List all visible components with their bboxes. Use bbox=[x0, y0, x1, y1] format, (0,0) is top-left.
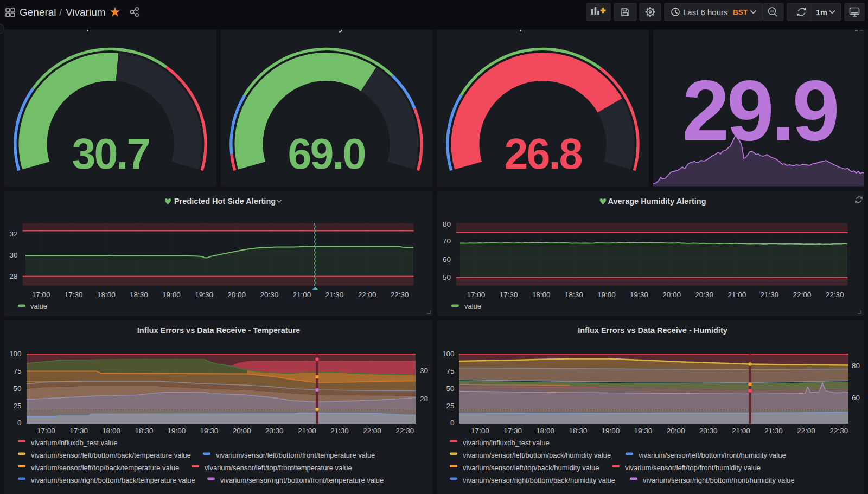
svg-text:18:00: 18:00 bbox=[532, 291, 551, 299]
svg-text:22:00: 22:00 bbox=[363, 427, 381, 435]
svg-text:vivarium/influxdb_test value: vivarium/influxdb_test value bbox=[463, 439, 550, 447]
svg-text:21:00: 21:00 bbox=[732, 427, 750, 435]
svg-text:vivarium/sensor/right/bottom/b: vivarium/sensor/right/bottom/back/temper… bbox=[31, 476, 195, 484]
svg-text:30: 30 bbox=[420, 367, 428, 375]
svg-text:19:00: 19:00 bbox=[597, 291, 616, 299]
svg-text:18:00: 18:00 bbox=[102, 427, 120, 435]
svg-text:30.7: 30.7 bbox=[72, 130, 149, 178]
svg-text:26.8: 26.8 bbox=[505, 130, 582, 178]
svg-text:vivarium/sensor/left/bottom/fr: vivarium/sensor/left/bottom/front/temper… bbox=[216, 451, 375, 459]
svg-text:80: 80 bbox=[443, 220, 451, 228]
svg-text:21:00: 21:00 bbox=[298, 427, 316, 435]
svg-text:22:00: 22:00 bbox=[793, 291, 812, 299]
svg-text:vivarium/sensor/left/top/front: vivarium/sensor/left/top/front/humidity … bbox=[625, 464, 761, 472]
svg-text:vivarium/sensor/left/bottom/fr: vivarium/sensor/left/bottom/front/humidi… bbox=[639, 451, 786, 459]
svg-text:Average Humidity Alerting: Average Humidity Alerting bbox=[608, 197, 706, 206]
svg-text:60: 60 bbox=[852, 394, 860, 402]
svg-text:28: 28 bbox=[9, 272, 17, 280]
svg-text:19:00: 19:00 bbox=[162, 291, 181, 299]
svg-text:vivarium/sensor/left/bottom/ba: vivarium/sensor/left/bottom/back/tempera… bbox=[31, 451, 191, 459]
svg-text:20:00: 20:00 bbox=[667, 427, 685, 435]
svg-text:vivarium/sensor/left/top/back/: vivarium/sensor/left/top/back/humidity v… bbox=[463, 464, 599, 472]
svg-text:22:30: 22:30 bbox=[829, 427, 848, 435]
svg-text:17:00: 17:00 bbox=[32, 291, 50, 299]
svg-text:Vivarium: Vivarium bbox=[66, 7, 106, 18]
svg-text:19:00: 19:00 bbox=[168, 427, 186, 435]
svg-text:20:30: 20:30 bbox=[695, 291, 713, 299]
svg-text:vivarium/sensor/left/top/back/: vivarium/sensor/left/top/back/temperatur… bbox=[31, 464, 179, 472]
svg-text:17:00: 17:00 bbox=[37, 427, 55, 435]
svg-text:50: 50 bbox=[443, 273, 451, 281]
svg-text:60: 60 bbox=[443, 255, 451, 264]
svg-text:19:00: 19:00 bbox=[602, 427, 620, 435]
svg-text:20:00: 20:00 bbox=[662, 291, 681, 299]
svg-text:vivarium/sensor/left/bottom/ba: vivarium/sensor/left/bottom/back/humidit… bbox=[463, 451, 611, 459]
svg-text:19:30: 19:30 bbox=[630, 291, 648, 299]
svg-text:17:30: 17:30 bbox=[69, 427, 88, 435]
svg-text:18:30: 18:30 bbox=[135, 427, 153, 435]
svg-text:vivarium/influxdb_test value: vivarium/influxdb_test value bbox=[31, 439, 118, 447]
svg-text:17:30: 17:30 bbox=[503, 427, 522, 435]
svg-text:21:30: 21:30 bbox=[761, 291, 779, 299]
svg-text:21:30: 21:30 bbox=[330, 427, 349, 435]
svg-text:19:30: 19:30 bbox=[195, 291, 213, 299]
svg-text:Influx Errors vs Data Receive: Influx Errors vs Data Receive - Temperat… bbox=[137, 326, 300, 335]
svg-text:value: value bbox=[464, 302, 481, 310]
svg-text:value: value bbox=[30, 302, 47, 310]
svg-text:20:30: 20:30 bbox=[260, 291, 278, 299]
svg-text:22:30: 22:30 bbox=[826, 291, 844, 299]
svg-text:vivarium/sensor/left/top/front: vivarium/sensor/left/top/front/temperatu… bbox=[205, 464, 352, 472]
svg-text:18:00: 18:00 bbox=[97, 291, 116, 299]
svg-text:75: 75 bbox=[446, 367, 454, 375]
svg-text:22:00: 22:00 bbox=[358, 291, 376, 299]
svg-text:50: 50 bbox=[13, 384, 21, 393]
svg-text:69.0: 69.0 bbox=[288, 130, 365, 178]
svg-text:vivarium/sensor/right/bottom/f: vivarium/sensor/right/bottom/front/humid… bbox=[643, 476, 795, 484]
svg-text:18:00: 18:00 bbox=[536, 427, 554, 435]
svg-text:/: / bbox=[59, 7, 62, 18]
svg-text:100: 100 bbox=[9, 350, 22, 358]
svg-text:Predicted Hot Side Alerting: Predicted Hot Side Alerting bbox=[174, 197, 276, 206]
svg-text:19:30: 19:30 bbox=[634, 427, 653, 435]
svg-text:25: 25 bbox=[446, 402, 454, 410]
svg-text:0: 0 bbox=[17, 419, 22, 427]
svg-text:17:00: 17:00 bbox=[471, 427, 489, 435]
svg-text:17:30: 17:30 bbox=[500, 291, 518, 299]
svg-text:Influx Errors vs Data Receive: Influx Errors vs Data Receive - Humidity bbox=[578, 326, 727, 335]
svg-text:32: 32 bbox=[9, 230, 17, 238]
svg-text:vivarium/sensor/right/bottom/b: vivarium/sensor/right/bottom/back/humidi… bbox=[463, 476, 615, 484]
svg-text:21:00: 21:00 bbox=[727, 291, 746, 299]
svg-text:18:30: 18:30 bbox=[569, 427, 587, 435]
svg-text:20:30: 20:30 bbox=[265, 427, 284, 435]
svg-text:1m: 1m bbox=[816, 8, 827, 17]
svg-text:Last 6 hours: Last 6 hours bbox=[683, 8, 728, 17]
svg-text:BST: BST bbox=[733, 8, 748, 16]
svg-text:20:30: 20:30 bbox=[699, 427, 718, 435]
svg-text:100: 100 bbox=[442, 350, 455, 358]
svg-text:20:00: 20:00 bbox=[227, 291, 246, 299]
svg-text:19:30: 19:30 bbox=[200, 427, 219, 435]
svg-text:General: General bbox=[20, 7, 56, 18]
svg-text:0: 0 bbox=[450, 419, 455, 427]
svg-text:22:30: 22:30 bbox=[395, 427, 414, 435]
svg-text:70: 70 bbox=[443, 237, 451, 245]
svg-text:80: 80 bbox=[852, 362, 860, 370]
svg-text:30: 30 bbox=[9, 251, 17, 259]
svg-text:75: 75 bbox=[13, 367, 21, 375]
svg-text:21:00: 21:00 bbox=[293, 291, 311, 299]
svg-text:20:00: 20:00 bbox=[233, 427, 251, 435]
svg-text:50: 50 bbox=[446, 384, 454, 393]
svg-text:29.9: 29.9 bbox=[682, 63, 837, 158]
svg-text:28: 28 bbox=[420, 395, 428, 403]
svg-text:18:30: 18:30 bbox=[130, 291, 148, 299]
svg-text:21:30: 21:30 bbox=[764, 427, 783, 435]
svg-text:22:30: 22:30 bbox=[391, 291, 409, 299]
svg-text:17:30: 17:30 bbox=[65, 291, 83, 299]
svg-text:25: 25 bbox=[13, 402, 21, 410]
svg-text:17:00: 17:00 bbox=[467, 291, 486, 299]
svg-text:vivarium/sensor/right/bottom/f: vivarium/sensor/right/bottom/front/tempe… bbox=[220, 476, 384, 484]
svg-text:18:30: 18:30 bbox=[565, 291, 583, 299]
svg-text:22:00: 22:00 bbox=[797, 427, 815, 435]
svg-text:21:30: 21:30 bbox=[326, 291, 344, 299]
